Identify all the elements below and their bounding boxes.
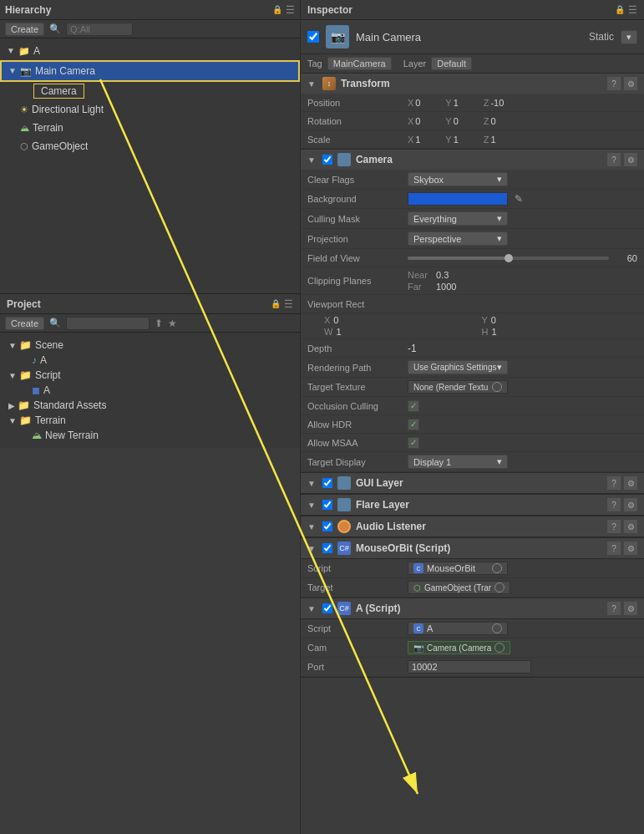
component-info-btn[interactable]: ?: [607, 520, 621, 533]
mouseorbit-target-ref[interactable]: ⬡ GameObject (Trar: [408, 581, 510, 594]
audio-listener-header[interactable]: ▼ Audio Listener ? ⚙: [301, 516, 644, 537]
menu-icon[interactable]: ☰: [286, 4, 295, 16]
target-texture-picker[interactable]: [492, 382, 502, 392]
script-picker[interactable]: [492, 623, 502, 633]
project-create-button[interactable]: Create: [5, 317, 44, 330]
tag-label: Tag: [307, 58, 322, 69]
component-info-btn[interactable]: ?: [607, 602, 621, 615]
component-settings-btn[interactable]: ⚙: [624, 542, 637, 555]
hdr-checkbox[interactable]: ✓: [408, 419, 419, 430]
camera-enabled-checkbox[interactable]: [322, 155, 332, 165]
component-info-btn[interactable]: ?: [607, 542, 621, 555]
dropdown-arrow: ▾: [497, 233, 502, 244]
project-item-new-terrain[interactable]: ⛰ New Terrain: [3, 428, 297, 443]
script-icon: C: [413, 623, 423, 633]
project-item-scene-a[interactable]: ♪ A: [3, 353, 297, 368]
far-label: Far: [408, 282, 431, 292]
mouseorbit-header[interactable]: ▼ C# MouseOrBit (Script) ? ⚙: [301, 538, 644, 559]
lock-icon: 🔒: [615, 5, 625, 14]
mouseorbit-script-ref[interactable]: C MouseOrBit: [408, 562, 508, 575]
project-folder-standard[interactable]: ▶ 📁 Standard Assets: [3, 398, 297, 413]
hierarchy-item-main-camera[interactable]: ▼ 📷 Main Camera: [0, 60, 300, 82]
item-label: A: [43, 384, 50, 396]
projection-dropdown[interactable]: Perspective ▾: [408, 231, 508, 246]
project-search-input[interactable]: [66, 317, 150, 330]
target-icon: ⬡: [413, 583, 421, 592]
inspector-header: Inspector 🔒 ☰: [301, 0, 644, 20]
transform-header[interactable]: ▼ ↕ Transform ? ⚙: [301, 74, 644, 94]
flare-layer-enabled[interactable]: [322, 500, 332, 510]
component-info-btn[interactable]: ?: [607, 498, 621, 511]
flare-layer-header[interactable]: ▼ Flare Layer ? ⚙: [301, 495, 644, 516]
hierarchy-search-input[interactable]: [66, 23, 133, 36]
menu-icon[interactable]: ☰: [284, 298, 293, 310]
layer-dropdown[interactable]: Default: [431, 57, 472, 70]
audio-listener-icon: [337, 520, 351, 533]
hierarchy-item-gameobject[interactable]: ⬡ GameObject: [0, 137, 300, 155]
tag-dropdown[interactable]: MainCamera: [327, 57, 392, 70]
audio-icon: ♪: [32, 354, 37, 366]
hierarchy-item-dir-light[interactable]: ☀ Directional Light: [0, 100, 300, 119]
collapse-arrow: ▼: [307, 604, 316, 613]
script-picker[interactable]: [492, 563, 502, 573]
mouseorbit-enabled[interactable]: [322, 543, 332, 553]
component-settings-btn[interactable]: ⚙: [624, 77, 637, 90]
object-enabled-checkbox[interactable]: [307, 31, 319, 43]
target-display-dropdown[interactable]: Display 1 ▾: [408, 455, 508, 469]
culling-mask-row: Culling Mask Everything ▾: [301, 209, 644, 229]
rotation-y: 0: [454, 116, 467, 126]
background-color-swatch[interactable]: [408, 192, 508, 206]
msaa-checkbox[interactable]: ✓: [408, 437, 419, 449]
rotation-z: 0: [490, 116, 504, 126]
a-script-ref[interactable]: C A: [408, 622, 508, 635]
a-script-header[interactable]: ▼ C# A (Script) ? ⚙: [301, 598, 644, 619]
cam-ref[interactable]: 📷 Camera (Camera: [408, 641, 510, 654]
target-picker[interactable]: [494, 582, 505, 592]
flare-layer-icon: [337, 498, 351, 511]
target-texture-label: Target Texture: [307, 382, 408, 392]
hierarchy-item-camera[interactable]: Camera: [0, 82, 300, 100]
project-panel: Project 🔒 ☰ Create 🔍 ⬆ ★ ▼: [0, 293, 300, 448]
menu-icon[interactable]: ☰: [628, 4, 637, 16]
cam-row: Cam 📷 Camera (Camera: [301, 638, 644, 658]
hierarchy-item-label: GameObject: [32, 139, 88, 154]
static-dropdown[interactable]: ▾: [621, 30, 637, 44]
hierarchy-header: Hierarchy 🔒 ☰: [0, 0, 300, 20]
target-texture-row: Target Texture None (Render Textu: [301, 378, 644, 397]
occlusion-checkbox[interactable]: ✓: [408, 400, 419, 412]
component-settings-btn[interactable]: ⚙: [624, 476, 637, 490]
clear-flags-dropdown[interactable]: Skybox ▾: [408, 172, 508, 186]
hdr-label: Allow HDR: [307, 420, 408, 430]
project-folder-script[interactable]: ▼ 📁 Script: [3, 368, 297, 383]
rendering-path-dropdown[interactable]: Use Graphics Settings ▾: [408, 360, 508, 374]
component-settings-btn[interactable]: ⚙: [624, 498, 637, 511]
port-input[interactable]: [408, 660, 531, 674]
pencil-icon[interactable]: ✎: [515, 193, 523, 205]
target-texture-ref[interactable]: None (Render Textu: [408, 380, 508, 394]
project-item-script-a[interactable]: ◼ A: [3, 383, 297, 398]
culling-mask-dropdown[interactable]: Everything ▾: [408, 211, 508, 226]
hierarchy-item-scene[interactable]: ▼ 📁 A: [0, 42, 300, 60]
z-label: Z: [484, 116, 489, 126]
cam-picker[interactable]: [494, 643, 505, 653]
camera-component-header[interactable]: ▼ Camera ? ⚙: [301, 150, 644, 170]
component-settings-btn[interactable]: ⚙: [624, 520, 637, 533]
hierarchy-create-button[interactable]: Create: [5, 23, 44, 36]
a-script-enabled[interactable]: [322, 603, 332, 613]
audio-listener-enabled[interactable]: [322, 521, 332, 531]
script-icon: ◼: [32, 384, 40, 396]
component-settings-btn[interactable]: ⚙: [624, 153, 637, 166]
component-info-btn[interactable]: ?: [607, 476, 621, 490]
fov-slider[interactable]: [408, 257, 609, 260]
script-value: A: [427, 623, 433, 633]
gui-layer-header[interactable]: ▼ GUI Layer ? ⚙: [301, 473, 644, 494]
gui-layer-enabled[interactable]: [322, 478, 332, 488]
target-display-label: Target Display: [307, 457, 408, 467]
hierarchy-item-terrain[interactable]: ⛰ Terrain: [0, 119, 300, 137]
project-folder-terrain[interactable]: ▼ 📁 Terrain: [3, 413, 297, 428]
component-info-btn[interactable]: ?: [607, 153, 621, 166]
hierarchy-item-label: Directional Light: [32, 102, 104, 117]
component-settings-btn[interactable]: ⚙: [624, 602, 637, 615]
component-info-btn[interactable]: ?: [607, 77, 621, 90]
project-folder-scene[interactable]: ▼ 📁 Scene: [3, 338, 297, 353]
